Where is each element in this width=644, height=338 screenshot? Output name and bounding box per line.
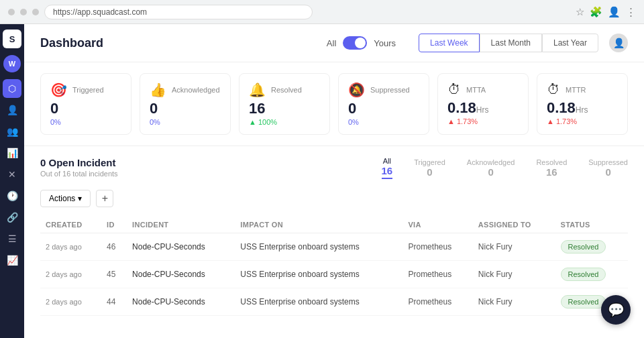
toggle-knob [355,38,366,48]
last-month-button[interactable]: Last Month [480,34,542,52]
row-1-created: 2 days ago [40,261,101,288]
status-badge: Resolved [561,268,606,281]
row-2-incident: Node-CPU-Seconds [127,288,235,316]
col-via: Via [402,217,472,233]
tab-suppressed-count: 0 [588,166,628,178]
mtta-icon: ⏱ [447,82,461,97]
resolved-sub: ▲ 100% [249,118,320,126]
row-0-id: 46 [101,233,127,261]
sidebar-avatar[interactable]: W [3,55,21,72]
mttr-sub: ▲ 1.73% [547,117,618,125]
tab-resolved-count: 16 [536,166,567,178]
browser-refresh[interactable] [32,9,39,15]
suppressed-label: Suppressed [370,86,410,94]
tab-acknowledged[interactable]: Acknowledged 0 [467,158,515,178]
row-2-impact: USS Enterprise onboard systems [235,288,402,316]
browser-back[interactable] [8,9,15,15]
row-1-incident: Node-CPU-Seconds [127,261,235,288]
actions-button[interactable]: Actions ▾ [40,190,91,207]
tab-all[interactable]: All 16 [382,157,393,179]
incidents-subtitle: Out of 16 total incidents [40,170,118,178]
row-0-impact: USS Enterprise onboard systems [235,233,402,261]
mttr-unit: Hrs [576,105,588,115]
main-content: Dashboard All Yours Last Week Last Month… [24,24,644,338]
row-0-via: Prometheus [402,233,472,261]
mtta-sub: ▲ 1.73% [447,117,519,125]
last-year-button[interactable]: Last Year [542,34,598,52]
top-user-icon[interactable]: 👤 [609,34,628,52]
mtta-value: 0.18Hrs [447,100,519,116]
triggered-sub: 0% [50,118,121,126]
row-2-created: 2 days ago [40,288,101,316]
row-2-via: Prometheus [402,288,472,316]
sidebar-item-analytics[interactable]: 📊 [3,144,21,162]
stat-header-mttr: ⏱ MTTR [547,82,618,97]
row-1-status: Resolved [555,261,628,288]
resolved-label: Resolved [271,86,302,94]
add-incident-button[interactable]: + [96,190,113,207]
row-0-assigned: Nick Fury [473,233,555,261]
star-icon[interactable]: ☆ [576,6,584,18]
sidebar-logo[interactable]: S [3,30,21,48]
profile-icon[interactable]: 👤 [608,6,621,18]
stats-row: 🎯 Triggered 0 0% 👍 Acknowledged 0 0% 🔔 [24,62,644,146]
toggle-all-label: All [327,38,336,48]
stat-card-mttr: ⏱ MTTR 0.18Hrs ▲ 1.73% [537,73,628,135]
suppressed-value: 0 [348,101,419,117]
last-week-button[interactable]: Last Week [419,34,479,52]
row-1-assigned: Nick Fury [473,261,555,288]
menu-icon[interactable]: ⋮ [626,6,636,18]
acknowledged-icon: 👍 [150,82,166,98]
tab-resolved[interactable]: Resolved 16 [536,158,567,178]
stat-header-triggered: 🎯 Triggered [50,82,121,98]
mtta-unit: Hrs [476,105,489,115]
incidents-header: 0 Open Incident Out of 16 total incident… [40,157,628,179]
sidebar-item-runbooks[interactable]: ☰ [3,229,21,248]
resolved-value: 16 [249,101,320,117]
actions-label: Actions [49,194,75,203]
tab-triggered[interactable]: Triggered 0 [414,158,445,178]
stat-header-mtta: ⏱ MTTA [447,82,519,97]
sidebar-item-integrations[interactable]: 🔗 [3,208,21,227]
stat-header-suppressed: 🔕 Suppressed [348,82,419,98]
mttr-icon: ⏱ [547,82,560,97]
row-2-assigned: Nick Fury [473,288,555,316]
tab-all-label: All [382,157,393,165]
sidebar-item-users[interactable]: 👤 [3,101,21,119]
sidebar-item-schedules[interactable]: 🕐 [3,186,21,205]
table-row[interactable]: 2 days ago 45 Node-CPU-Seconds USS Enter… [40,261,628,288]
table-row[interactable]: 2 days ago 44 Node-CPU-Seconds USS Enter… [40,288,628,316]
status-badge: Resolved [561,295,606,308]
incidents-tabs: All 16 Triggered 0 Acknowledged 0 Resolv… [382,157,629,179]
col-impact-on: Impact On [235,217,402,233]
incidents-section: 0 Open Incident Out of 16 total incident… [24,146,644,327]
stat-header-acknowledged: 👍 Acknowledged [150,82,221,98]
sidebar-item-services[interactable]: ✕ [3,165,21,184]
table-row[interactable]: 2 days ago 46 Node-CPU-Seconds USS Enter… [40,233,628,261]
extension-icon[interactable]: 🧩 [590,6,602,18]
row-1-impact: USS Enterprise onboard systems [235,261,402,288]
mttr-value: 0.18Hrs [547,100,618,116]
browser-url-bar[interactable]: https://app.squadcast.com [44,5,313,19]
triggered-label: Triggered [72,86,104,94]
top-bar: Dashboard All Yours Last Week Last Month… [24,24,644,62]
acknowledged-label: Acknowledged [172,86,220,94]
chat-fab-button[interactable]: 💬 [601,295,631,325]
acknowledged-sub: 0% [150,118,221,126]
stat-header-resolved: 🔔 Resolved [249,82,320,98]
tab-all-count: 16 [382,165,393,179]
incidents-title-block: 0 Open Incident Out of 16 total incident… [40,157,118,178]
col-assigned-to: Assigned To [473,217,555,233]
tab-triggered-count: 0 [414,166,445,178]
row-0-status: Resolved [555,233,628,261]
time-filter-buttons: Last Week Last Month Last Year [419,34,598,52]
actions-bar: Actions ▾ + [40,190,628,207]
all-yours-toggle[interactable] [343,36,367,50]
browser-forward[interactable] [20,9,27,15]
sidebar-item-reports[interactable]: 📈 [3,251,21,270]
sidebar-item-dashboard[interactable]: ⬡ [3,79,21,98]
toggle-yours-label: Yours [374,38,396,48]
sidebar-item-teams[interactable]: 👥 [3,122,21,141]
row-2-id: 44 [101,288,127,316]
tab-suppressed[interactable]: Suppressed 0 [588,158,628,178]
